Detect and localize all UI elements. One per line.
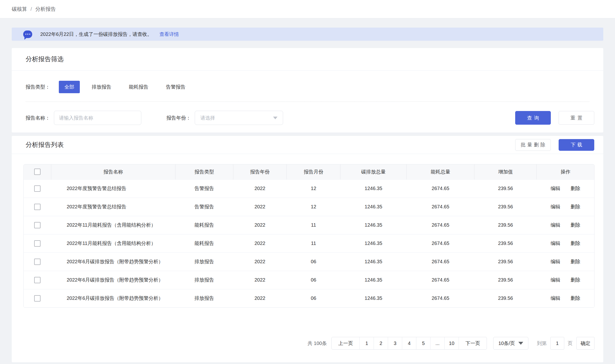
search-button[interactable]: 查询 bbox=[515, 111, 551, 125]
edit-link[interactable]: 编辑 bbox=[550, 240, 560, 247]
batch-delete-button[interactable]: 批量删除 bbox=[515, 139, 551, 151]
report-type-tab[interactable]: 全部 bbox=[59, 81, 80, 93]
report-year-cell: 2022 bbox=[233, 198, 287, 216]
report-month-cell: 11 bbox=[287, 216, 340, 234]
report-year-cell: 2022 bbox=[233, 216, 287, 234]
carbon-total-cell: 1246.35 bbox=[340, 198, 406, 216]
energy-total-cell: 2674.65 bbox=[406, 271, 474, 289]
report-type-cell: 告警报告 bbox=[175, 179, 233, 198]
delete-link[interactable]: 删除 bbox=[571, 204, 580, 210]
delete-link[interactable]: 删除 bbox=[571, 222, 580, 228]
breadcrumb-section[interactable]: 碳核算 bbox=[12, 6, 27, 13]
view-details-link[interactable]: 查看详情 bbox=[159, 31, 179, 38]
report-year-select[interactable]: 请选择 bbox=[195, 111, 283, 125]
row-checkbox[interactable] bbox=[34, 259, 40, 265]
row-checkbox[interactable] bbox=[34, 277, 40, 283]
row-checkbox[interactable] bbox=[34, 295, 40, 301]
report-type-tab[interactable]: 能耗报告 bbox=[123, 81, 154, 93]
row-checkbox[interactable] bbox=[34, 204, 40, 210]
report-type-tab[interactable]: 排放报告 bbox=[86, 81, 117, 93]
report-year-label: 报告年份： bbox=[166, 115, 191, 121]
prev-page-button[interactable]: 上一页 bbox=[332, 337, 359, 349]
row-checkbox[interactable] bbox=[34, 185, 40, 192]
edit-link[interactable]: 编辑 bbox=[550, 204, 560, 210]
page-number-button[interactable]: 10 bbox=[445, 337, 458, 349]
reset-button[interactable]: 重置 bbox=[559, 111, 594, 125]
report-type-tabs: 全部排放报告能耗报告告警报告 bbox=[59, 81, 197, 93]
table-row: 2022年6月碳排放报告（附带趋势预警分析）排放报告2022061246.352… bbox=[24, 271, 594, 289]
report-type-label: 报告类型： bbox=[26, 84, 50, 90]
report-year-cell: 2022 bbox=[233, 179, 287, 198]
delete-link[interactable]: 删除 bbox=[571, 240, 580, 247]
energy-total-cell: 2674.65 bbox=[406, 289, 474, 307]
row-checkbox[interactable] bbox=[34, 222, 40, 228]
actions-cell: 编辑删除 bbox=[537, 179, 594, 198]
page-number-button[interactable]: 5 bbox=[416, 337, 430, 349]
page-number-button[interactable]: 3 bbox=[388, 337, 402, 349]
column-header: 报告名称 bbox=[51, 164, 175, 179]
pagination: 共 100条 上一页12345...10下一页 10条/页 到第 页 确定 bbox=[12, 337, 603, 350]
row-checkbox[interactable] bbox=[34, 240, 40, 247]
report-name-cell: 2022年11月能耗报告（含用能结构分析） bbox=[51, 234, 175, 252]
table-row: 2022年度预警告警总结报告告警报告2022121246.352674.6523… bbox=[24, 198, 594, 216]
report-type-cell: 能耗报告 bbox=[175, 234, 233, 252]
report-type-tab[interactable]: 告警报告 bbox=[160, 81, 191, 93]
report-year-cell: 2022 bbox=[233, 289, 287, 307]
actions-cell: 编辑删除 bbox=[537, 198, 594, 216]
column-header: 报告年份 bbox=[233, 164, 287, 179]
added-value-cell: 239.56 bbox=[474, 216, 537, 234]
table-row: 2022年11月能耗报告（含用能结构分析）能耗报告2022111246.3526… bbox=[24, 234, 594, 252]
report-year-cell: 2022 bbox=[233, 252, 287, 271]
page-size-select[interactable]: 10条/页 bbox=[493, 337, 528, 350]
page-size-value: 10条/页 bbox=[498, 340, 515, 347]
edit-link[interactable]: 编辑 bbox=[550, 277, 560, 283]
total-count: 共 100条 bbox=[308, 340, 327, 347]
report-month-cell: 06 bbox=[287, 271, 340, 289]
page-number-button[interactable]: 4 bbox=[402, 337, 416, 349]
page-number-button[interactable]: 2 bbox=[374, 337, 388, 349]
delete-link[interactable]: 删除 bbox=[571, 277, 580, 283]
delete-link[interactable]: 删除 bbox=[571, 185, 580, 192]
chevron-down-icon bbox=[273, 117, 277, 119]
row-select-cell bbox=[24, 216, 51, 234]
carbon-total-cell: 1246.35 bbox=[340, 289, 406, 307]
actions-cell: 编辑删除 bbox=[537, 271, 594, 289]
report-year-cell: 2022 bbox=[233, 234, 287, 252]
delete-link[interactable]: 删除 bbox=[571, 258, 580, 265]
report-name-cell: 2022年11月能耗报告（含用能结构分析） bbox=[51, 216, 175, 234]
page-ellipsis[interactable]: ... bbox=[430, 337, 445, 349]
report-name-cell: 2022年度预警告警总结报告 bbox=[51, 179, 175, 198]
report-type-cell: 能耗报告 bbox=[175, 216, 233, 234]
report-name-cell: 2022年6月碳排放报告（附带趋势预警分析） bbox=[51, 252, 175, 271]
carbon-total-cell: 1246.35 bbox=[340, 234, 406, 252]
edit-link[interactable]: 编辑 bbox=[550, 222, 560, 228]
table-row: 2022年6月碳排放报告（附带趋势预警分析）排放报告2022061246.352… bbox=[24, 252, 594, 271]
added-value-cell: 239.56 bbox=[474, 198, 537, 216]
row-select-cell bbox=[24, 271, 51, 289]
filter-card-title: 分析报告筛选 bbox=[26, 55, 64, 64]
report-year-cell: 2022 bbox=[233, 271, 287, 289]
page-number-button[interactable]: 1 bbox=[359, 337, 374, 349]
filter-card: 分析报告筛选 报告类型： 全部排放报告能耗报告告警报告 报告名称： 报告年份： … bbox=[12, 48, 603, 132]
next-page-button[interactable]: 下一页 bbox=[458, 337, 487, 349]
select-all-cell bbox=[24, 164, 51, 179]
download-button[interactable]: 下载 bbox=[559, 139, 594, 151]
row-select-cell bbox=[24, 289, 51, 307]
column-header: 操作 bbox=[537, 164, 594, 179]
message-bubble-icon bbox=[23, 30, 32, 38]
added-value-cell: 239.56 bbox=[474, 252, 537, 271]
report-month-cell: 12 bbox=[287, 198, 340, 216]
delete-link[interactable]: 删除 bbox=[571, 295, 580, 301]
edit-link[interactable]: 编辑 bbox=[550, 185, 560, 192]
goto-confirm-button[interactable]: 确定 bbox=[576, 337, 594, 350]
edit-link[interactable]: 编辑 bbox=[550, 258, 560, 265]
select-all-checkbox[interactable] bbox=[34, 169, 40, 175]
goto-page-input[interactable] bbox=[550, 337, 564, 350]
column-header: 报告类型 bbox=[175, 164, 233, 179]
column-header: 能耗总量 bbox=[406, 164, 474, 179]
actions-cell: 编辑删除 bbox=[537, 252, 594, 271]
actions-cell: 编辑删除 bbox=[537, 234, 594, 252]
notification-banner: 2022年6月22日，生成了一份碳排放报告，请查收。 查看详情 bbox=[12, 27, 603, 41]
edit-link[interactable]: 编辑 bbox=[550, 295, 560, 301]
report-name-input[interactable] bbox=[54, 111, 141, 125]
